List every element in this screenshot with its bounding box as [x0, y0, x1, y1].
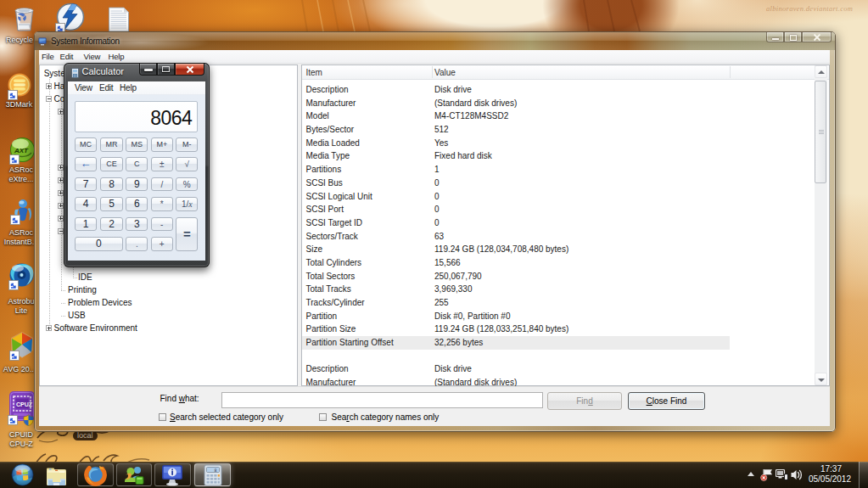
svg-text:CPUZ: CPUZ [16, 401, 33, 407]
svg-text:8: 8 [214, 468, 216, 474]
svg-text:AXT: AXT [14, 147, 29, 154]
